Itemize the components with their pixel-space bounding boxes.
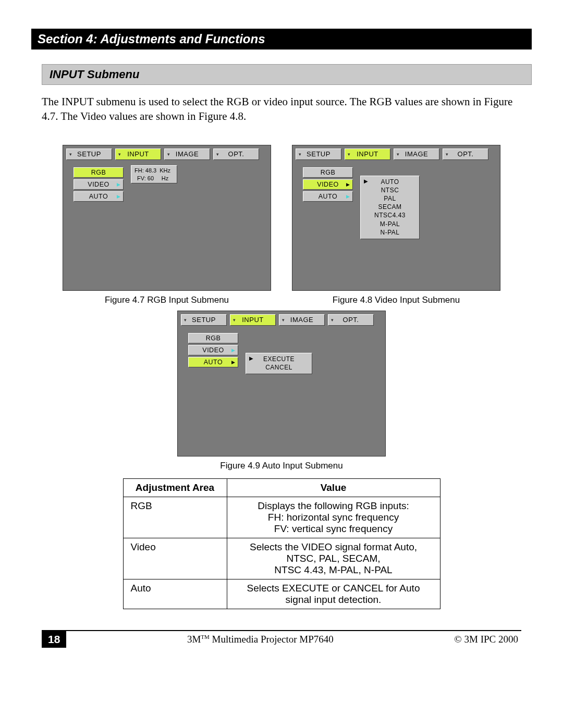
tab-input[interactable]: ▾INPUT [230,314,276,326]
table-row: Auto Selects EXECUTE or CANCEL for Auto … [123,579,440,609]
footer-center: 3MTM Multimedia Projector MP7640 [66,634,454,645]
menu-rgb[interactable]: RGB [74,167,124,178]
subsection-title: INPUT Submenu [42,64,532,85]
tab-setup[interactable]: ▾SETUP [296,149,341,160]
page-number: 18 [42,631,66,648]
th-value: Value [227,478,440,497]
osd-video-input: ▾SETUP ▾INPUT ▾IMAGE ▾OPT. RGB VIDEO▶ AU… [292,145,500,291]
option-auto[interactable]: AUTO [381,178,399,186]
table-row: Video Selects the VIDEO signal format Au… [123,538,440,579]
arrow-right-icon: ▶ [346,194,350,199]
fig47-caption: Figure 4.7 RGB Input Submenu [63,295,271,305]
page-footer: 18 3MTM Multimedia Projector MP7640 © 3M… [42,630,521,648]
caret-down-icon: ▾ [233,317,236,323]
adjustment-table: Adjustment Area Value RGB Displays the f… [123,478,440,609]
fig49-caption: Figure 4.9 Auto Input Submenu [177,461,386,471]
rgb-info-box: FH: 48.3KHz FV: 60Hz [131,165,177,184]
video-options-box: ▶AUTO NTSC PAL SECAM NTSC4.43 M-PAL N-PA… [360,176,420,239]
arrow-right-icon: ▶ [346,182,350,187]
caret-down-icon: ▾ [184,317,187,323]
option-mpal[interactable]: M-PAL [380,220,400,228]
osd-auto-input: ▾SETUP ▾INPUT ▾IMAGE ▾OPT. RGB VIDEO▶ AU… [177,311,386,456]
tab-image[interactable]: ▾IMAGE [394,149,439,160]
menu-rgb[interactable]: RGB [303,167,353,178]
arrow-right-icon: ▶ [231,348,236,353]
tab-setup[interactable]: ▾SETUP [66,149,112,160]
caret-down-icon: ▾ [282,317,285,323]
menu-auto[interactable]: AUTO▶ [188,357,238,367]
option-pal[interactable]: PAL [384,195,396,202]
caret-down-icon: ▾ [118,152,121,157]
body-text: The INPUT submenu is used to select the … [42,94,521,124]
tab-input[interactable]: ▾INPUT [345,149,390,160]
caret-down-icon: ▾ [397,152,400,157]
caret-down-icon: ▾ [167,152,170,157]
fig48-caption: Figure 4.8 Video Input Submenu [292,295,500,305]
tab-input[interactable]: ▾INPUT [115,149,161,160]
menu-video[interactable]: VIDEO▶ [188,345,238,355]
osd-rgb-input: ▾SETUP ▾INPUT ▾IMAGE ▾OPT. RGB VIDEO▶ AU… [63,145,271,291]
tab-image[interactable]: ▾IMAGE [279,314,325,326]
tab-opt[interactable]: ▾OPT. [213,149,259,160]
option-ntsc443[interactable]: NTSC4.43 [374,212,406,219]
table-row: RGB Displays the following RGB inputs: F… [123,497,440,538]
arrow-right-icon: ▶ [231,360,236,365]
option-npal[interactable]: N-PAL [381,229,400,236]
option-secam[interactable]: SECAM [378,203,401,211]
menu-video[interactable]: VIDEO▶ [74,179,124,190]
footer-right: © 3M IPC 2000 [454,634,521,645]
option-execute[interactable]: EXECUTE [263,355,295,363]
caret-down-icon: ▾ [69,152,72,157]
menu-auto[interactable]: AUTO▶ [74,191,124,202]
tab-opt[interactable]: ▾OPT. [443,149,488,160]
menu-video[interactable]: VIDEO▶ [303,179,353,190]
tab-opt[interactable]: ▾OPT. [328,314,374,326]
caret-down-icon: ▾ [348,152,351,157]
arrow-right-icon: ▶ [364,178,369,185]
auto-options-box: ▶EXECUTE CANCEL [246,353,312,374]
arrow-right-icon: ▶ [117,182,121,187]
arrow-right-icon: ▶ [117,194,121,199]
arrow-right-icon: ▶ [249,355,254,362]
menu-rgb[interactable]: RGB [188,333,238,343]
caret-down-icon: ▾ [216,152,219,157]
caret-down-icon: ▾ [446,152,449,157]
th-area: Adjustment Area [123,478,227,497]
tab-setup[interactable]: ▾SETUP [181,314,227,326]
tab-image[interactable]: ▾IMAGE [164,149,210,160]
section-title: Section 4: Adjustments and Functions [31,29,532,50]
option-cancel[interactable]: CANCEL [265,364,292,371]
menu-auto[interactable]: AUTO▶ [303,191,353,202]
option-ntsc[interactable]: NTSC [381,187,399,194]
caret-down-icon: ▾ [331,317,334,323]
caret-down-icon: ▾ [299,152,302,157]
